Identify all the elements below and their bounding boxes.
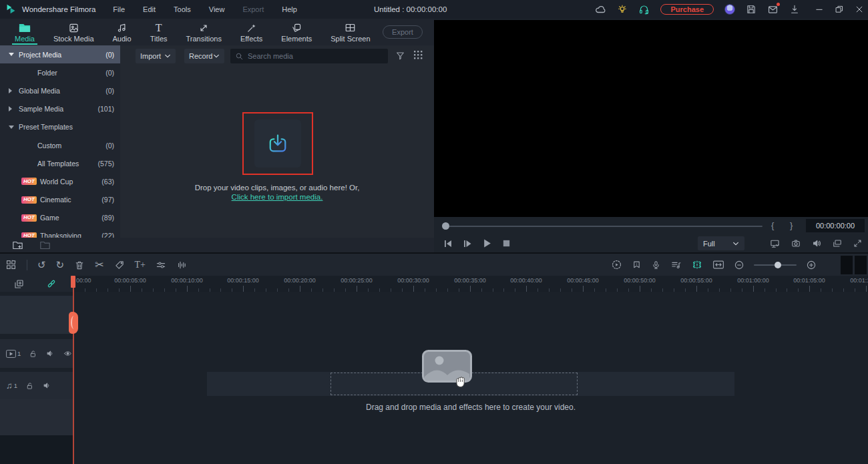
volume-icon[interactable] [811, 238, 822, 248]
stock-media-icon [68, 22, 79, 33]
delete-folder-icon[interactable] [39, 240, 51, 250]
search-input[interactable] [248, 52, 368, 60]
snapshot-camera-icon[interactable] [791, 238, 801, 248]
stop-button[interactable] [502, 239, 511, 248]
support-headset-icon[interactable] [638, 4, 650, 15]
cloud-icon[interactable] [594, 3, 606, 15]
panel-layout-icon[interactable] [5, 259, 17, 270]
zoom-slider[interactable] [754, 261, 797, 269]
import-dropdown[interactable]: Import [136, 49, 176, 63]
avatar[interactable] [724, 4, 735, 15]
mute-speaker-icon[interactable] [42, 381, 51, 390]
import-dropzone[interactable] [242, 112, 313, 175]
tab-media[interactable]: Media [5, 19, 44, 45]
add-track-icon[interactable] [13, 278, 25, 290]
tab-titles[interactable]: T Titles [141, 19, 177, 45]
menu-export[interactable]: Export [242, 5, 264, 13]
seek-bar[interactable] [443, 226, 763, 227]
zoom-slider-thumb[interactable] [775, 262, 781, 268]
display-device-icon[interactable] [769, 238, 781, 249]
sidebar-item-all-templates[interactable]: All Templates (575) [0, 154, 120, 172]
restore-button[interactable] [835, 5, 844, 14]
sidebar-footer [0, 238, 434, 252]
menu-tools[interactable]: Tools [174, 5, 191, 13]
caret-right-icon [9, 106, 12, 111]
timeline-minimap[interactable] [841, 256, 867, 274]
audio-mixer-button[interactable] [176, 260, 187, 270]
export-button[interactable]: Export [383, 25, 423, 39]
sidebar-item-world-cup[interactable]: HOT World Cup (63) [0, 172, 120, 190]
chevron-down-icon [213, 53, 220, 59]
mail-icon[interactable] [767, 4, 779, 15]
add-text-button[interactable]: T+ [135, 260, 146, 270]
mark-in-icon[interactable]: { [771, 220, 774, 230]
quality-dropdown[interactable]: Full [698, 236, 744, 250]
prev-frame-button[interactable] [443, 239, 453, 248]
seek-thumb[interactable] [442, 222, 449, 230]
adjust-button[interactable] [156, 260, 166, 270]
fit-timeline-button[interactable] [712, 260, 724, 270]
play-button[interactable] [482, 238, 492, 248]
tab-transitions[interactable]: Transitions [177, 19, 231, 45]
voiceover-mic-button[interactable] [651, 260, 661, 270]
redo-button[interactable]: ↻ [56, 260, 65, 270]
save-icon[interactable] [746, 4, 756, 15]
link-icon[interactable] [46, 278, 57, 289]
lock-open-icon[interactable] [29, 349, 37, 359]
sidebar-item-project-media[interactable]: Project Media (0) [0, 45, 120, 63]
caret-down-icon [9, 53, 14, 56]
timeline-ruler[interactable]: 00:00 00:00:05:00 00:00:10:00 00:00:15:0… [73, 276, 868, 292]
tag-button[interactable] [114, 260, 125, 270]
close-button[interactable] [855, 5, 864, 14]
search-box[interactable] [230, 49, 388, 63]
lightbulb-icon[interactable] [617, 4, 628, 15]
zoom-in-button[interactable] [806, 260, 817, 270]
sidebar-item-preset-templates[interactable]: Preset Templates [0, 118, 120, 136]
fullscreen-icon[interactable] [853, 238, 863, 248]
delete-button[interactable] [74, 260, 85, 270]
tab-split-screen[interactable]: Split Screen [321, 19, 379, 45]
eye-icon[interactable] [63, 349, 73, 358]
cut-scissors-button[interactable]: ✂ [95, 260, 103, 270]
sidebar-item-global-media[interactable]: Global Media (0) [0, 81, 120, 99]
undo-button[interactable]: ↺ [37, 260, 46, 270]
sidebar-item-game[interactable]: HOT Game (89) [0, 209, 120, 227]
video-viewport [434, 20, 868, 217]
render-preview-button[interactable] [611, 259, 622, 270]
tab-effects[interactable]: Effects [231, 19, 272, 45]
menu-help[interactable]: Help [282, 5, 297, 13]
transitions-icon [198, 22, 209, 33]
playhead-handle[interactable] [69, 312, 78, 334]
multi-display-icon[interactable] [832, 238, 843, 248]
marker-button[interactable] [632, 260, 642, 270]
download-icon[interactable] [789, 4, 800, 15]
tab-elements[interactable]: Elements [272, 19, 321, 45]
add-folder-icon[interactable] [12, 240, 23, 250]
next-frame-button[interactable] [463, 239, 472, 248]
tab-audio[interactable]: Audio [103, 19, 141, 45]
record-dropdown[interactable]: Record [184, 49, 224, 63]
sidebar-item-sample-media[interactable]: Sample Media (101) [0, 100, 120, 118]
import-media-link[interactable]: Click here to import media. [232, 193, 323, 201]
filter-icon[interactable] [395, 51, 405, 61]
menu-file[interactable]: File [113, 5, 125, 13]
sidebar-item-custom[interactable]: Custom (0) [0, 136, 120, 154]
menu-edit[interactable]: Edit [143, 5, 156, 13]
minimize-button[interactable] [815, 5, 824, 14]
mute-speaker-icon[interactable] [45, 349, 55, 358]
mark-out-icon[interactable]: } [790, 220, 793, 230]
menu-view[interactable]: View [209, 5, 225, 13]
zoom-out-button[interactable] [734, 260, 744, 270]
lock-open-icon[interactable] [25, 381, 34, 391]
video-track-icon[interactable]: 1 [6, 350, 21, 358]
sidebar-item-folder[interactable]: Folder (0) [0, 63, 120, 81]
split-button[interactable] [691, 259, 703, 270]
media-panel: Import Record [120, 45, 434, 238]
grid-view-icon[interactable] [414, 51, 423, 60]
playhead-top-marker[interactable] [71, 276, 75, 288]
audio-track-icon[interactable]: ♫ 1 [6, 381, 17, 391]
tab-stock-media[interactable]: Stock Media [44, 19, 103, 45]
sidebar-item-cinematic[interactable]: HOT Cinematic (97) [0, 191, 120, 209]
purchase-button[interactable]: Purchase [660, 4, 714, 15]
music-list-button[interactable] [670, 260, 682, 270]
